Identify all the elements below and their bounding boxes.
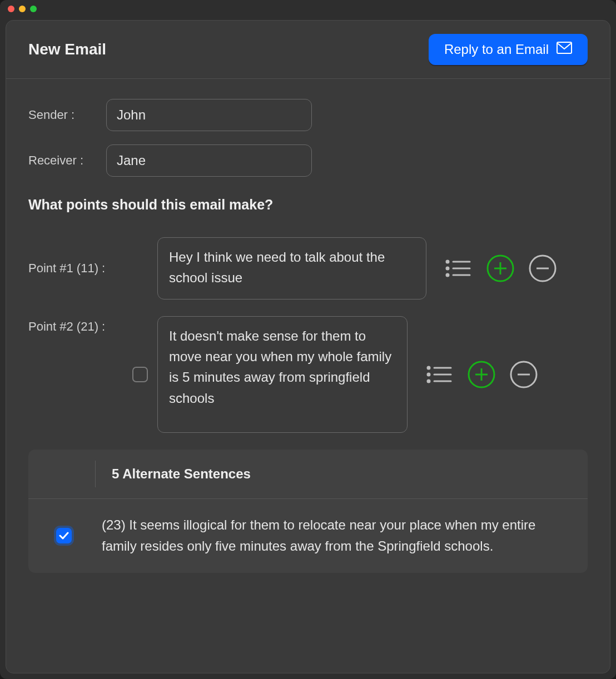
- point-2-input[interactable]: [157, 316, 408, 433]
- mail-icon: [557, 42, 572, 57]
- add-point-button[interactable]: [486, 254, 514, 282]
- sender-row: Sender :: [28, 99, 588, 131]
- point-1-actions: [444, 254, 557, 282]
- minimize-window-button[interactable]: [19, 6, 26, 12]
- point-2-actions: [425, 361, 538, 388]
- alternate-1-text: (23) It seems illogical for them to relo…: [102, 515, 568, 557]
- alternates-header: 5 Alternate Sentences: [28, 450, 588, 499]
- receiver-input[interactable]: [106, 144, 312, 177]
- svg-point-1: [446, 261, 449, 263]
- content-area: Sender : Receiver : What points should t…: [6, 79, 610, 573]
- close-window-button[interactable]: [8, 6, 14, 12]
- point-2-checkbox[interactable]: [132, 367, 148, 382]
- maximize-window-button[interactable]: [30, 6, 37, 12]
- reply-button-label: Reply to an Email: [444, 42, 549, 57]
- check-icon: [59, 532, 69, 540]
- svg-point-5: [446, 274, 449, 276]
- point-1-input[interactable]: [157, 237, 426, 299]
- point-row-2: Point #2 (21) :: [28, 316, 588, 433]
- alternate-item: (23) It seems illogical for them to relo…: [28, 499, 588, 573]
- svg-point-12: [428, 367, 430, 369]
- main-panel: New Email Reply to an Email Sender : Rec…: [6, 20, 610, 673]
- remove-point-button[interactable]: [529, 254, 557, 282]
- titlebar: [0, 0, 616, 18]
- sender-label: Sender :: [28, 108, 106, 122]
- svg-point-3: [446, 267, 449, 269]
- point-row-1: Point #1 (11) :: [28, 237, 588, 299]
- alternates-panel: 5 Alternate Sentences (23) It seems illo…: [28, 450, 588, 573]
- point-1-label: Point #1 (11) :: [28, 261, 123, 276]
- receiver-label: Receiver :: [28, 153, 106, 168]
- points-question: What points should this email make?: [28, 197, 588, 213]
- svg-point-16: [428, 380, 430, 382]
- reply-to-email-button[interactable]: Reply to an Email: [429, 34, 588, 65]
- point-2-label: Point #2 (21) :: [28, 319, 123, 334]
- point-2-checkbox-slot: [126, 367, 154, 382]
- alternate-checkbox-wrap: [48, 528, 80, 543]
- list-icon[interactable]: [425, 361, 453, 388]
- receiver-row: Receiver :: [28, 144, 588, 177]
- svg-point-14: [428, 373, 430, 376]
- app-window: New Email Reply to an Email Sender : Rec…: [0, 0, 616, 679]
- alternate-1-checkbox[interactable]: [56, 528, 72, 543]
- list-icon[interactable]: [444, 254, 472, 282]
- panel-header: New Email Reply to an Email: [6, 21, 610, 79]
- svg-rect-0: [557, 42, 572, 53]
- sender-input[interactable]: [106, 99, 312, 131]
- page-title: New Email: [28, 41, 106, 58]
- add-point-button[interactable]: [468, 361, 495, 388]
- remove-point-button[interactable]: [510, 361, 538, 388]
